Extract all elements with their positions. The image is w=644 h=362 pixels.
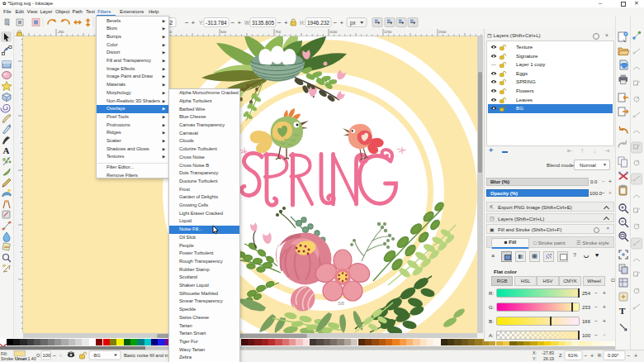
svg-text:R:: R: [598, 353, 602, 358]
svg-text:-313.784: -313.784 [206, 20, 227, 26]
svg-text:-250: -250 [57, 30, 64, 34]
svg-text:−: − [53, 353, 56, 359]
svg-text:-BG: -BG [92, 353, 101, 358]
svg-text:100: 100 [43, 353, 51, 358]
svg-text:+: + [340, 19, 344, 26]
svg-text:−: − [185, 19, 189, 26]
svg-text:X:: X: [533, 350, 537, 355]
svg-text:px: px [350, 20, 357, 26]
svg-text:1000: 1000 [329, 30, 338, 34]
svg-text:−: − [584, 353, 587, 359]
svg-text:26.19: 26.19 [543, 356, 554, 361]
svg-text:−: − [334, 19, 338, 26]
svg-text:+: + [192, 19, 196, 26]
svg-text:−: − [231, 19, 235, 26]
svg-text:+: + [284, 19, 288, 26]
svg-text:+: + [590, 353, 594, 359]
svg-text:3135.805: 3135.805 [252, 20, 274, 26]
svg-text:61%: 61% [568, 353, 578, 358]
svg-text:-27.83: -27.83 [542, 350, 554, 355]
svg-text:+: + [238, 19, 242, 26]
svg-text:O:: O: [36, 353, 41, 358]
svg-text:H:: H: [300, 20, 305, 26]
svg-text:A: A [3, 145, 10, 155]
svg-text:1250: 1250 [384, 30, 392, 34]
svg-text:0.00°: 0.00° [608, 353, 619, 358]
svg-text:Y:: Y: [199, 20, 204, 26]
svg-text:750: 750 [275, 30, 282, 34]
svg-text:1946.232: 1946.232 [307, 20, 329, 26]
svg-text:Fill:: Fill: [1, 351, 7, 356]
svg-text:SB: SB [338, 301, 344, 306]
svg-text:Z:: Z: [559, 353, 563, 358]
svg-text:+: + [59, 353, 63, 359]
svg-text:Y:: Y: [533, 356, 537, 361]
svg-text:500: 500 [220, 30, 227, 34]
svg-text:Stroke:: Stroke: [1, 356, 14, 361]
svg-text:−: − [627, 353, 630, 359]
svg-text:1.40: 1.40 [28, 356, 36, 361]
svg-text:+: + [634, 353, 637, 359]
svg-text:Unset: Unset [15, 356, 27, 361]
svg-text:T: T [619, 306, 626, 316]
svg-text:−: − [277, 19, 282, 26]
svg-text:1500: 1500 [438, 30, 447, 34]
